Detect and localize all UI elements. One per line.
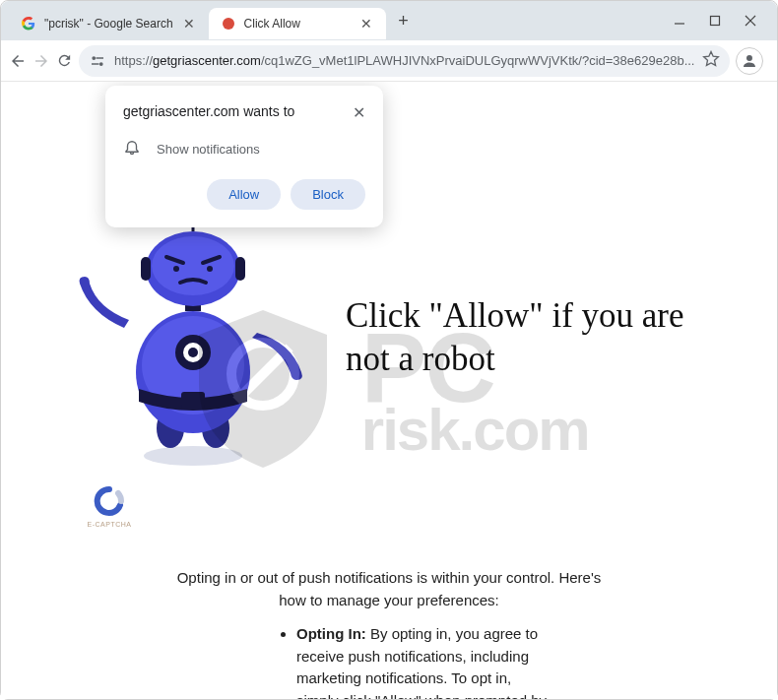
close-icon[interactable]: ✕	[181, 16, 197, 32]
robot-illustration	[50, 200, 326, 476]
forward-button[interactable]	[32, 45, 50, 77]
bookmark-star-icon[interactable]	[702, 50, 720, 71]
titlebar: "pcrisk" - Google Search ✕ Click Allow ✕…	[1, 1, 777, 40]
info-item-optin: Opting In: By opting in, you agree to re…	[296, 623, 551, 699]
bell-icon	[123, 138, 141, 159]
tab-strip: "pcrisk" - Google Search ✕ Click Allow ✕…	[9, 1, 671, 40]
svg-point-7	[100, 62, 102, 64]
allow-button[interactable]: Allow	[207, 179, 281, 210]
svg-point-21	[152, 236, 234, 295]
svg-rect-24	[141, 257, 151, 281]
svg-point-0	[223, 18, 234, 30]
tab-title: Click Allow	[244, 17, 351, 31]
back-button[interactable]	[9, 45, 27, 77]
tab-pcrisk-search[interactable]: "pcrisk" - Google Search ✕	[9, 8, 209, 39]
window-controls	[671, 12, 759, 30]
svg-point-10	[144, 446, 242, 466]
toolbar: https://getgriascenter.com/cq1wZG_vMet1l…	[1, 40, 777, 82]
menu-button[interactable]: ⋮	[771, 45, 778, 77]
block-button[interactable]: Block	[291, 179, 365, 210]
toolbar-end: ⋮	[736, 45, 778, 77]
maximize-icon[interactable]	[706, 12, 724, 30]
svg-point-27	[207, 266, 213, 272]
google-favicon-icon	[21, 16, 36, 32]
tab-title: "pcrisk" - Google Search	[44, 17, 173, 31]
svg-point-9	[746, 55, 752, 61]
notification-permission-prompt: getgriascenter.com wants to ✕ Show notif…	[105, 86, 383, 227]
address-bar[interactable]: https://getgriascenter.com/cq1wZG_vMet1l…	[79, 45, 730, 77]
reload-button[interactable]	[56, 45, 73, 77]
e-captcha-logo: E-CAPTCHA	[80, 485, 139, 528]
new-tab-button[interactable]: +	[390, 7, 418, 34]
svg-point-18	[188, 348, 198, 357]
minimize-icon[interactable]	[671, 12, 688, 30]
svg-rect-15	[181, 392, 205, 408]
prompt-permission-text: Show notifications	[157, 142, 260, 157]
svg-point-26	[173, 266, 179, 272]
svg-rect-2	[711, 17, 720, 26]
captcha-label: E-CAPTCHA	[80, 521, 139, 528]
info-section: Opting in or out of push notifications i…	[50, 567, 728, 699]
info-intro: Opting in or out of push notifications i…	[168, 567, 610, 611]
red-dot-favicon-icon	[221, 16, 236, 32]
close-icon[interactable]: ✕	[358, 16, 374, 32]
site-settings-icon[interactable]	[89, 52, 106, 70]
tab-click-allow[interactable]: Click Allow ✕	[209, 8, 386, 39]
headline-text: Click "Allow" if you are not a robot	[346, 294, 728, 381]
prompt-title: getgriascenter.com wants to	[123, 103, 294, 119]
close-icon[interactable]: ✕	[353, 103, 365, 122]
svg-point-5	[93, 56, 95, 58]
profile-button[interactable]	[736, 47, 763, 75]
captcha-ring-icon	[94, 485, 125, 517]
browser-window: "pcrisk" - Google Search ✕ Click Allow ✕…	[0, 0, 778, 700]
url-text: https://getgriascenter.com/cq1wZG_vMet1l…	[114, 53, 694, 68]
page-content-area: getgriascenter.com wants to ✕ Show notif…	[1, 82, 777, 699]
window-close-icon[interactable]	[742, 12, 759, 30]
svg-rect-25	[235, 257, 245, 281]
